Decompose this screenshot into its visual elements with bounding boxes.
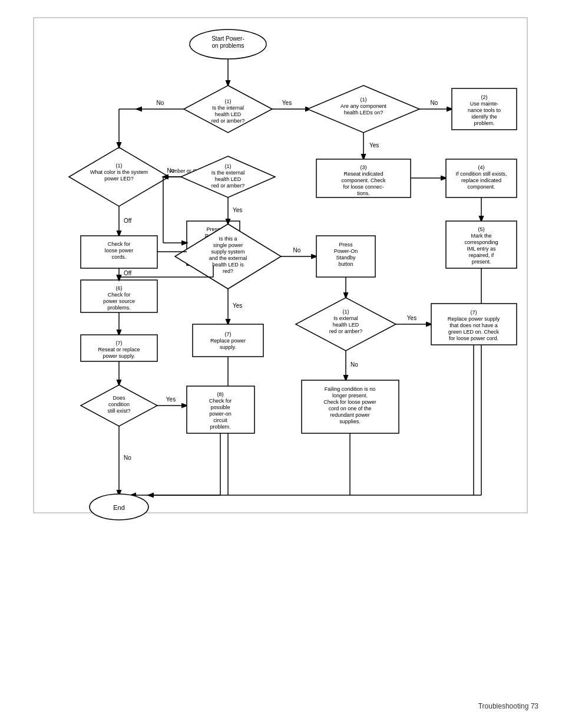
svg-text:(3): (3) bbox=[361, 164, 367, 170]
svg-text:Failing condition is no: Failing condition is no bbox=[325, 386, 376, 392]
svg-text:health LED: health LED bbox=[215, 111, 242, 117]
svg-text:No: No bbox=[157, 100, 164, 106]
svg-text:(1): (1) bbox=[225, 98, 232, 104]
svg-text:redundant power: redundant power bbox=[330, 412, 370, 418]
svg-text:power LED?: power LED? bbox=[104, 176, 134, 182]
svg-text:(1): (1) bbox=[116, 163, 123, 169]
svg-text:health LED: health LED bbox=[333, 322, 359, 328]
svg-text:Check for: Check for bbox=[108, 241, 131, 247]
svg-text:Are any component: Are any component bbox=[340, 103, 387, 109]
svg-text:Use mainte-: Use mainte- bbox=[470, 101, 499, 107]
svg-text:(1): (1) bbox=[361, 97, 367, 103]
svg-text:Check for: Check for bbox=[209, 398, 232, 404]
svg-text:component.: component. bbox=[467, 184, 495, 190]
svg-text:(7): (7) bbox=[116, 340, 123, 346]
svg-text:health LED is: health LED is bbox=[212, 262, 244, 268]
svg-text:(8): (8) bbox=[217, 391, 224, 397]
svg-text:Yes: Yes bbox=[369, 142, 379, 149]
svg-text:problem.: problem. bbox=[474, 120, 494, 126]
svg-text:green LED on. Check: green LED on. Check bbox=[448, 329, 500, 335]
svg-text:Start Power-: Start Power- bbox=[211, 35, 244, 42]
svg-text:present.: present. bbox=[472, 259, 491, 265]
svg-text:single power: single power bbox=[213, 242, 243, 248]
svg-text:loose power: loose power bbox=[105, 248, 134, 253]
svg-text:nance tools to: nance tools to bbox=[468, 107, 501, 113]
svg-text:on problems: on problems bbox=[211, 42, 244, 49]
svg-text:Reseat indicated: Reseat indicated bbox=[343, 171, 383, 177]
svg-text:Standby: Standby bbox=[336, 255, 356, 261]
page-footer: Troubleshooting 73 bbox=[478, 702, 538, 710]
svg-text:Does: Does bbox=[113, 395, 125, 401]
svg-text:Yes: Yes bbox=[407, 315, 416, 321]
svg-text:health LEDs on?: health LEDs on? bbox=[344, 110, 384, 116]
svg-text:for loose connec-: for loose connec- bbox=[343, 184, 384, 190]
svg-text:replace indicated: replace indicated bbox=[461, 177, 501, 183]
svg-text:cord on one of the: cord on one of the bbox=[329, 406, 372, 411]
svg-text:Replace power: Replace power bbox=[210, 338, 246, 344]
svg-text:for loose power cord.: for loose power cord. bbox=[449, 335, 498, 341]
svg-text:Check for loose power: Check for loose power bbox=[323, 399, 376, 405]
svg-text:No: No bbox=[124, 454, 131, 461]
svg-text:(2): (2) bbox=[481, 94, 488, 100]
svg-text:cords.: cords. bbox=[112, 254, 127, 260]
svg-text:End: End bbox=[113, 504, 125, 511]
svg-text:circuit: circuit bbox=[213, 417, 227, 423]
svg-text:button: button bbox=[338, 261, 353, 267]
svg-text:longer present.: longer present. bbox=[332, 393, 368, 398]
svg-text:Off: Off bbox=[124, 218, 131, 224]
svg-text:Yes: Yes bbox=[233, 302, 242, 309]
svg-text:still exist?: still exist? bbox=[107, 408, 130, 414]
svg-text:(6): (6) bbox=[116, 285, 123, 291]
svg-text:No: No bbox=[293, 247, 301, 253]
svg-text:Is external: Is external bbox=[333, 315, 358, 321]
svg-text:IML entry as: IML entry as bbox=[467, 246, 496, 252]
svg-text:component. Check: component. Check bbox=[341, 177, 386, 183]
svg-text:problems.: problems. bbox=[107, 305, 131, 311]
svg-text:red?: red? bbox=[223, 268, 233, 274]
svg-text:Mark the: Mark the bbox=[471, 233, 491, 239]
svg-text:tions.: tions. bbox=[357, 190, 370, 196]
svg-text:red or amber?: red or amber? bbox=[211, 183, 245, 189]
svg-text:Is this a: Is this a bbox=[219, 236, 237, 242]
flowchart-container: Start Power- on problems (1) Is the inte… bbox=[28, 12, 534, 554]
svg-text:Is the external: Is the external bbox=[211, 170, 245, 176]
page: Start Power- on problems (1) Is the inte… bbox=[0, 0, 562, 728]
svg-text:power source: power source bbox=[103, 298, 135, 304]
svg-text:power supply.: power supply. bbox=[103, 353, 135, 359]
svg-text:Yes: Yes bbox=[282, 100, 292, 106]
svg-text:Press: Press bbox=[339, 242, 353, 248]
svg-text:identify the: identify the bbox=[471, 114, 497, 120]
svg-text:condition: condition bbox=[108, 401, 130, 407]
svg-text:red or amber?: red or amber? bbox=[211, 118, 245, 124]
svg-text:No: No bbox=[167, 167, 175, 174]
svg-text:No: No bbox=[351, 361, 358, 368]
svg-text:Yes: Yes bbox=[233, 207, 242, 213]
svg-text:Is the internal: Is the internal bbox=[212, 105, 244, 111]
svg-text:No: No bbox=[431, 100, 438, 106]
svg-text:repaired, if: repaired, if bbox=[469, 252, 494, 258]
flowchart-svg: Start Power- on problems (1) Is the inte… bbox=[28, 12, 534, 554]
svg-text:(7): (7) bbox=[225, 331, 232, 337]
svg-text:and the external: and the external bbox=[209, 255, 247, 261]
svg-text:supply.: supply. bbox=[220, 344, 236, 350]
svg-text:supplies.: supplies. bbox=[339, 419, 361, 424]
svg-text:(5): (5) bbox=[478, 226, 485, 232]
svg-text:supply system: supply system bbox=[211, 249, 244, 255]
svg-text:Reseat or replace: Reseat or replace bbox=[98, 347, 140, 353]
svg-text:Power-On: Power-On bbox=[334, 248, 358, 254]
svg-text:possible: possible bbox=[210, 404, 230, 410]
svg-text:(1): (1) bbox=[343, 309, 349, 315]
svg-text:corresponding: corresponding bbox=[464, 239, 498, 245]
svg-text:What color is the system: What color is the system bbox=[90, 169, 148, 175]
svg-text:Off: Off bbox=[124, 270, 131, 276]
svg-text:Yes: Yes bbox=[166, 396, 176, 403]
svg-text:If condition still exists,: If condition still exists, bbox=[455, 171, 507, 177]
svg-text:(7): (7) bbox=[471, 309, 477, 315]
svg-text:that does not have a: that does not have a bbox=[449, 322, 498, 328]
footer-text: Troubleshooting 73 bbox=[478, 702, 538, 710]
svg-text:power-on: power-on bbox=[209, 411, 232, 417]
svg-text:Replace power supply: Replace power supply bbox=[448, 316, 500, 322]
svg-text:Check for: Check for bbox=[108, 292, 131, 298]
svg-text:red or amber?: red or amber? bbox=[329, 328, 363, 334]
svg-text:(1): (1) bbox=[225, 163, 232, 169]
